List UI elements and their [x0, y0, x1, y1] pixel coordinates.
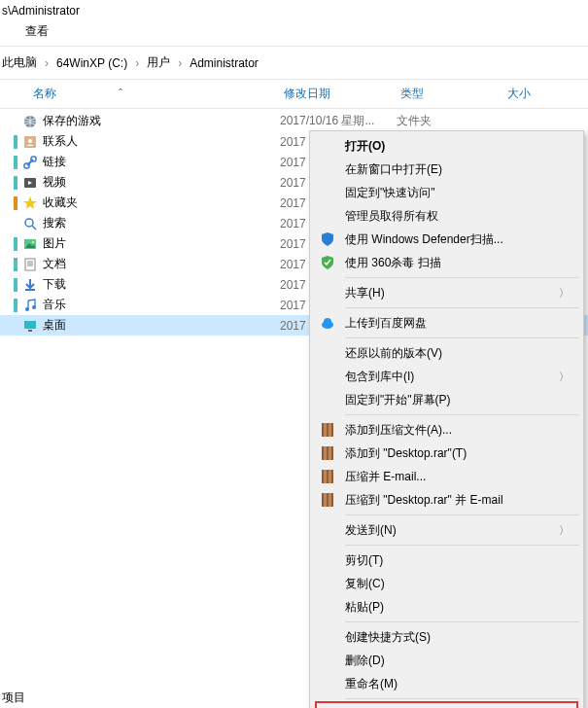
- breadcrumb[interactable]: 此电脑 › 64WinXP (C:) › 用户 › Administrator: [0, 47, 588, 79]
- menu-cut[interactable]: 剪切(T): [312, 549, 581, 572]
- svg-rect-4: [31, 157, 36, 161]
- svg-marker-7: [23, 196, 37, 209]
- menu-separator: [345, 698, 579, 699]
- archive-icon: [318, 490, 337, 510]
- sort-caret-icon: ˆ: [119, 88, 122, 101]
- menu-separator: [345, 337, 579, 338]
- chevron-right-icon: ›: [135, 56, 139, 70]
- column-name[interactable]: 名称ˆ: [33, 86, 284, 102]
- item-label: 搜索: [43, 215, 280, 231]
- selection-marker: [14, 196, 17, 210]
- selection-marker: [14, 176, 17, 190]
- menu-view[interactable]: 查看: [25, 24, 49, 38]
- item-label: 联系人: [43, 133, 280, 150]
- menu-pin-start[interactable]: 固定到"开始"屏幕(P): [312, 388, 581, 411]
- menu-compress-rar-email[interactable]: 压缩到 "Desktop.rar" 并 E-mail: [312, 488, 581, 512]
- column-size[interactable]: 大小: [507, 86, 566, 102]
- menu-include-library[interactable]: 包含到库中(I)〉: [312, 365, 581, 388]
- shield-icon: [318, 230, 337, 249]
- selection-marker: [14, 319, 17, 333]
- chevron-right-icon: 〉: [559, 286, 570, 301]
- docs-icon: [21, 256, 39, 273]
- selection-marker: [14, 278, 17, 292]
- menu-open-new-window[interactable]: 在新窗口中打开(E): [312, 158, 581, 181]
- search-icon: [21, 215, 39, 232]
- star-icon: [21, 195, 39, 212]
- svg-rect-3: [24, 163, 29, 168]
- chevron-right-icon: 〉: [559, 370, 570, 384]
- menu-rename[interactable]: 重命名(M): [312, 672, 581, 695]
- breadcrumb-item[interactable]: 64WinXP (C:): [56, 56, 127, 70]
- column-date[interactable]: 修改日期: [284, 86, 400, 102]
- archive-icon: [318, 467, 337, 486]
- selection-marker: [14, 258, 17, 271]
- cloud-icon: [318, 313, 337, 333]
- menu-share[interactable]: 共享(H)〉: [312, 281, 581, 304]
- archive-icon: [318, 443, 337, 463]
- breadcrumb-item[interactable]: 此电脑: [2, 54, 37, 71]
- svg-point-12: [32, 240, 34, 242]
- menu-separator: [345, 414, 579, 415]
- svg-rect-13: [25, 259, 35, 270]
- chevron-right-icon: 〉: [559, 523, 570, 538]
- svg-point-8: [25, 219, 33, 227]
- menu-baidu-upload[interactable]: 上传到百度网盘: [312, 311, 581, 335]
- music-icon: [21, 297, 39, 314]
- column-type[interactable]: 类型: [400, 86, 507, 102]
- column-headers[interactable]: 名称ˆ 修改日期 类型 大小: [0, 80, 588, 108]
- video-icon: [21, 174, 39, 192]
- menu-separator: [345, 277, 579, 278]
- pictures-icon: [21, 235, 39, 253]
- selection-marker: [14, 156, 17, 169]
- svg-line-9: [32, 226, 36, 230]
- menu-defender-scan[interactable]: 使用 Windows Defender扫描...: [312, 228, 581, 251]
- menubar: 查看: [0, 19, 588, 44]
- menu-compress-email[interactable]: 压缩并 E-mail...: [312, 465, 581, 488]
- menu-restore-previous[interactable]: 还原以前的版本(V): [312, 341, 581, 365]
- svg-rect-21: [24, 321, 36, 329]
- selection-marker: [14, 237, 17, 251]
- desktop-icon: [21, 317, 39, 335]
- menu-separator: [345, 545, 579, 546]
- archive-icon: [318, 420, 337, 440]
- breadcrumb-item[interactable]: 用户: [147, 54, 170, 71]
- svg-point-19: [32, 305, 36, 309]
- menu-open[interactable]: 打开(O): [312, 134, 581, 158]
- chevron-right-icon: ›: [178, 56, 182, 70]
- svg-rect-22: [28, 330, 32, 332]
- item-label: 下载: [43, 276, 280, 293]
- breadcrumb-item[interactable]: Administrator: [190, 56, 259, 70]
- window-title: s\Administrator: [0, 0, 588, 19]
- menu-properties[interactable]: 属性(R): [316, 702, 577, 708]
- menu-separator: [345, 514, 579, 515]
- selection-marker: [14, 217, 17, 230]
- menu-add-desktop-rar[interactable]: 添加到 "Desktop.rar"(T): [312, 442, 581, 465]
- menu-copy[interactable]: 复制(C): [312, 572, 581, 595]
- selection-marker: [14, 115, 17, 128]
- menu-create-shortcut[interactable]: 创建快捷方式(S): [312, 625, 581, 649]
- svg-point-2: [28, 139, 32, 143]
- contacts-icon: [21, 133, 39, 151]
- status-bar: 项目: [2, 690, 25, 706]
- menu-separator: [345, 621, 579, 622]
- link-icon: [21, 154, 39, 171]
- menu-paste[interactable]: 粘贴(P): [312, 595, 581, 619]
- item-label: 收藏夹: [43, 195, 280, 211]
- menu-pin-quick-access[interactable]: 固定到"快速访问": [312, 181, 581, 204]
- item-date: 2017/10/16 星期...: [280, 113, 397, 129]
- svg-point-24: [324, 318, 331, 326]
- menu-add-archive[interactable]: 添加到压缩文件(A)...: [312, 418, 581, 442]
- shield-check-icon: [318, 253, 337, 272]
- item-label: 文档: [43, 256, 280, 272]
- selection-marker: [14, 135, 17, 149]
- item-label: 链接: [43, 154, 280, 170]
- context-menu: 打开(O) 在新窗口中打开(E) 固定到"快速访问" 管理员取得所有权 使用 W…: [309, 130, 584, 708]
- menu-admin-ownership[interactable]: 管理员取得所有权: [312, 204, 581, 228]
- item-type: 文件夹: [397, 113, 432, 129]
- list-item[interactable]: 保存的游戏2017/10/16 星期...文件夹: [0, 111, 588, 131]
- menu-delete[interactable]: 删除(D): [312, 649, 581, 672]
- item-label: 音乐: [43, 297, 280, 313]
- item-label: 保存的游戏: [43, 113, 280, 129]
- menu-send-to[interactable]: 发送到(N)〉: [312, 518, 581, 542]
- menu-360-scan[interactable]: 使用 360杀毒 扫描: [312, 251, 581, 274]
